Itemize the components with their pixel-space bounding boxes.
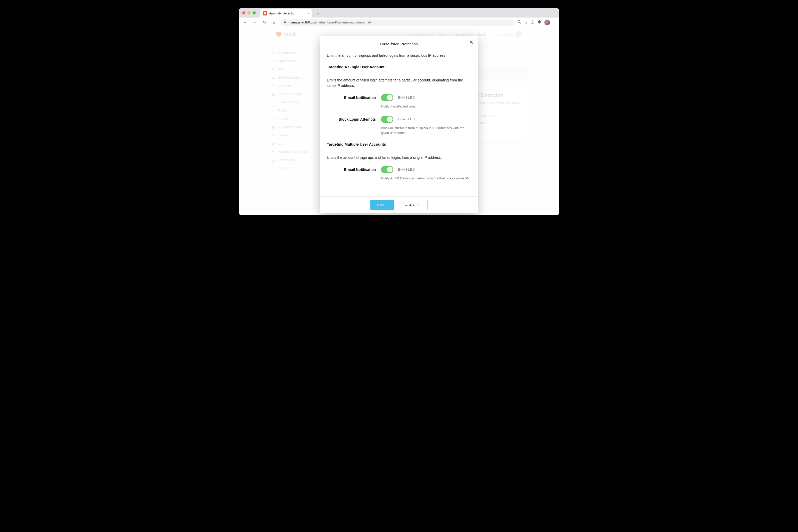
zoom-icon[interactable]: [517, 20, 521, 25]
toggle-state: ENABLED: [398, 96, 415, 99]
setting-label: Block Login Attempts: [327, 116, 376, 136]
toggle-block[interactable]: [381, 116, 393, 123]
browser-tab[interactable]: Anomaly Detection ×: [260, 9, 312, 18]
setting-help: Notify the affected user.: [381, 104, 471, 109]
toolbar-right: ☆ ⓘ ⋮: [517, 20, 557, 25]
url-path: /dashboard/us/demo-apps/anomaly: [319, 20, 372, 24]
url-host: manage.auth0.com: [288, 20, 317, 24]
section-desc-multi: Limits the amount of sign ups and failed…: [327, 155, 471, 160]
page-viewport: Auth0 Help & Support Docs Discuss Your N…: [239, 27, 559, 215]
info-icon[interactable]: ⓘ: [531, 20, 534, 25]
lock-icon: [284, 20, 286, 24]
modal-description: Limit the amount of signups and failed l…: [327, 53, 471, 58]
star-icon[interactable]: ☆: [524, 20, 528, 24]
tab-favicon-icon: [263, 11, 267, 16]
save-button[interactable]: SAVE: [370, 200, 394, 210]
window-zoom-icon[interactable]: [252, 11, 256, 15]
section-heading-single: Targeting A Single User Account: [327, 65, 471, 72]
nav-back-icon[interactable]: ←: [241, 19, 248, 26]
modal-bruteforce: ✕ Brute-force Protection Limit the amoun…: [320, 36, 478, 213]
tab-title: Anomaly Detection: [269, 12, 305, 15]
window-controls: [242, 11, 256, 15]
toggle-email-multi[interactable]: [381, 166, 393, 173]
cancel-button[interactable]: CANCEL: [398, 200, 428, 210]
setting-label: E-mail Notification: [327, 166, 376, 181]
nav-home-icon[interactable]: ⌂: [271, 19, 278, 26]
browser-window: Anomaly Detection × + ← → ⟳ ⌂ manage.aut…: [239, 8, 559, 215]
toggle-state: ENABLED: [398, 117, 415, 121]
new-tab-button[interactable]: +: [315, 10, 322, 17]
profile-avatar-icon[interactable]: [544, 20, 550, 25]
window-close-icon[interactable]: [242, 11, 245, 15]
section-desc-single: Limits the amount of failed login attemp…: [327, 78, 471, 89]
browser-toolbar: ← → ⟳ ⌂ manage.auth0.com/dashboard/us/de…: [239, 18, 559, 27]
modal-body: Brute-force Protection Limit the amount …: [320, 36, 478, 196]
setting-help: Notify Auth0 Dashboard administrators th…: [381, 176, 471, 181]
nav-forward-icon[interactable]: →: [251, 19, 258, 26]
tab-close-icon[interactable]: ×: [307, 11, 309, 16]
setting-label: E-mail Notification: [327, 94, 376, 109]
svg-point-0: [518, 21, 520, 23]
extensions-icon[interactable]: [537, 20, 541, 25]
close-icon[interactable]: ✕: [468, 39, 474, 45]
address-bar[interactable]: manage.auth0.com/dashboard/us/demo-apps/…: [281, 19, 514, 26]
browser-titlebar: Anomaly Detection × +: [239, 8, 559, 18]
window-minimize-icon[interactable]: [247, 11, 250, 15]
toggle-state: ENABLED: [398, 168, 415, 171]
setting-row-email-single: E-mail Notification ENABLED Notify the a…: [327, 94, 471, 109]
nav-reload-icon[interactable]: ⟳: [261, 19, 268, 26]
section-heading-multi: Targeting Multiple User Accounts: [327, 142, 471, 149]
modal-title: Brute-force Protection: [327, 42, 471, 46]
kebab-menu-icon[interactable]: ⋮: [553, 20, 557, 24]
setting-row-block: Block Login Attempts ENABLED Block all a…: [327, 116, 471, 136]
svg-line-1: [520, 23, 521, 24]
toggle-email-single[interactable]: [381, 94, 393, 101]
setting-help: Block all attempts from suspicious IP ad…: [381, 126, 471, 136]
setting-row-email-multi: E-mail Notification ENABLED Notify Auth0…: [327, 166, 471, 181]
modal-footer: SAVE CANCEL: [320, 196, 478, 213]
